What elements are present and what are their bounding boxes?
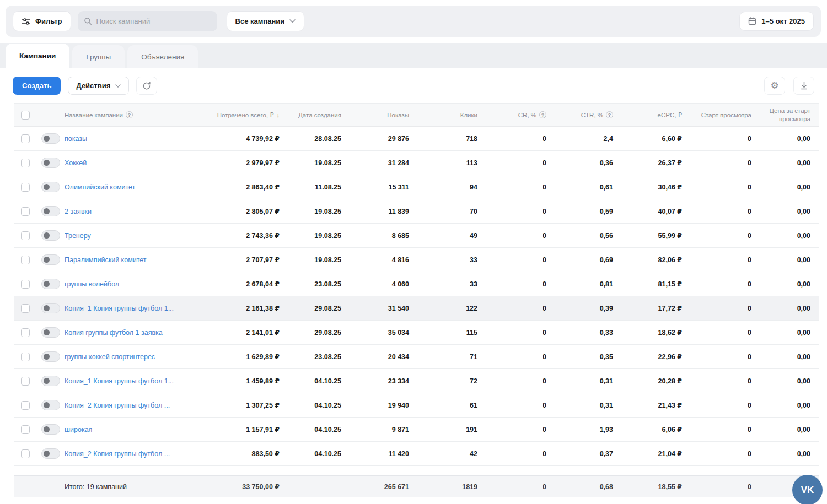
header-view-price[interactable]: Цена за старт просмотра (756, 107, 815, 123)
row-checkbox[interactable] (21, 159, 30, 167)
row-checkbox[interactable] (21, 134, 30, 143)
header-spent[interactable]: Потрачено всего, ₽ ↓ (200, 111, 284, 119)
footer-view-start: 0 (686, 483, 756, 491)
row-toggle-cell (37, 327, 65, 338)
cell-created: 04.10.25 (284, 450, 346, 458)
campaign-name-link[interactable]: Копия_1 Копия группы футбол 1... (65, 305, 200, 312)
row-name-cell: группы волейбол (65, 272, 200, 296)
campaign-toggle[interactable] (41, 448, 60, 459)
campaign-name-link[interactable]: Хоккей (65, 159, 200, 167)
campaign-name-link[interactable]: показы (65, 135, 200, 143)
settings-button[interactable]: ⚙ (764, 77, 785, 95)
row-name-cell: Копия_2 Копия группы футбол ... (65, 393, 200, 417)
header-view-start[interactable]: Старт просмотра (686, 112, 756, 118)
create-button[interactable]: Создать (13, 77, 61, 95)
cell-view-price: 0,00 (756, 305, 815, 312)
cell-ecpc: 6,60 ₽ (617, 134, 686, 143)
campaign-name-link[interactable]: широкая (65, 426, 200, 433)
row-checkbox[interactable] (21, 449, 30, 458)
tab-groups-label: Группы (86, 53, 111, 61)
header-name[interactable]: Название кампании ? (65, 104, 200, 126)
cell-created: 04.10.25 (284, 402, 346, 409)
row-checkbox[interactable] (21, 304, 30, 313)
campaign-name-link[interactable]: Копия_2 Копия группы футбол ... (65, 402, 200, 409)
row-checkbox[interactable] (21, 328, 30, 337)
campaign-toggle[interactable] (41, 182, 60, 192)
campaign-type-select[interactable]: Все кампании (227, 11, 305, 31)
cell-view-price: 0,00 (756, 353, 815, 361)
campaign-name-link[interactable]: Копия группы футбол 1 заявка (65, 329, 200, 337)
header-cr[interactable]: CR, % ? (482, 111, 551, 118)
tab-campaigns[interactable]: Кампании (6, 44, 69, 68)
search-input[interactable] (96, 17, 211, 25)
row-checkbox[interactable] (21, 256, 30, 264)
campaign-name-link[interactable]: Паралимпийский комитет (65, 256, 200, 264)
campaign-name-link[interactable]: группы хоккей спортинтерес (65, 353, 200, 361)
row-checkbox[interactable] (21, 353, 30, 361)
table-header-row: Название кампании ? Потрачено всего, ₽ ↓… (14, 103, 819, 127)
campaign-toggle[interactable] (41, 400, 60, 410)
search-box[interactable] (78, 11, 217, 31)
campaign-toggle[interactable] (41, 254, 60, 265)
gear-icon: ⚙ (770, 81, 778, 90)
campaign-toggle[interactable] (41, 351, 60, 362)
cell-ctr: 2,4 (551, 135, 617, 143)
campaign-toggle[interactable] (41, 327, 60, 338)
campaign-toggle[interactable] (41, 303, 60, 313)
header-clicks[interactable]: Клики (414, 112, 482, 118)
vk-logo-button[interactable]: VK (792, 475, 823, 504)
row-checkbox[interactable] (21, 231, 30, 240)
table-row: Копия группы футбол 1 заявка 2 141,01 ₽ … (14, 321, 819, 345)
campaign-toggle[interactable] (41, 133, 60, 144)
campaign-name-link[interactable]: Олимпийский комитет (65, 183, 200, 191)
campaign-toggle[interactable] (41, 158, 60, 168)
select-all-checkbox[interactable] (21, 111, 30, 120)
cell-created: 04.10.25 (284, 377, 346, 385)
clipped-column-divider (815, 442, 819, 465)
campaign-name-link[interactable]: Копия_1 Копия группы футбол 1... (65, 377, 200, 385)
clipped-column-divider (815, 321, 819, 344)
help-icon[interactable]: ? (606, 111, 613, 118)
row-checkbox[interactable] (21, 425, 30, 434)
campaign-name-link[interactable]: Копия_2 Копия группы футбол ... (65, 450, 200, 458)
header-ecpc[interactable]: eCPC, ₽ (617, 111, 686, 119)
cell-ecpc: 21,43 ₽ (617, 401, 686, 409)
row-checkbox[interactable] (21, 183, 30, 192)
date-range-picker[interactable]: 1–5 окт 2025 (739, 12, 814, 31)
header-ctr[interactable]: CTR, % ? (551, 111, 617, 118)
cell-clicks: 70 (414, 208, 482, 215)
tab-groups[interactable]: Группы (72, 45, 125, 68)
row-checkbox[interactable] (21, 207, 30, 216)
campaign-name-link[interactable]: группы волейбол (65, 280, 200, 288)
header-spent-label: Потрачено всего, ₽ (217, 111, 274, 119)
help-icon[interactable]: ? (126, 111, 133, 118)
refresh-button[interactable] (136, 77, 157, 95)
row-toggle-cell (37, 182, 65, 192)
header-created[interactable]: Дата создания (284, 112, 346, 118)
campaign-toggle[interactable] (41, 206, 60, 216)
clipped-column-divider (815, 418, 819, 441)
tab-ads[interactable]: Объявления (127, 45, 198, 68)
campaign-toggle[interactable] (41, 230, 60, 241)
campaign-toggle[interactable] (41, 424, 60, 435)
clipped-column-divider (815, 369, 819, 393)
filter-button[interactable]: Фильтр (13, 11, 71, 31)
campaign-name-link[interactable]: 2 заявки (65, 208, 200, 215)
header-cr-label: CR, % (518, 112, 536, 118)
table-row: Копия_1 Копия группы футбол 1... 1 459,8… (14, 369, 819, 393)
cell-view-start: 0 (686, 329, 756, 337)
export-button[interactable] (793, 77, 814, 95)
header-impressions[interactable]: Показы (346, 112, 414, 118)
row-checkbox[interactable] (21, 401, 30, 410)
create-button-label: Создать (22, 82, 51, 90)
partial-table-row (14, 466, 819, 475)
campaign-toggle[interactable] (41, 376, 60, 386)
help-icon[interactable]: ? (539, 111, 546, 118)
campaign-toggle[interactable] (41, 279, 60, 289)
campaign-name-link[interactable]: Тренеру (65, 232, 200, 240)
chevron-down-icon (289, 19, 296, 23)
row-toggle-cell (37, 206, 65, 216)
row-checkbox[interactable] (21, 377, 30, 386)
actions-dropdown[interactable]: Действия (68, 77, 129, 95)
row-checkbox[interactable] (21, 280, 30, 289)
